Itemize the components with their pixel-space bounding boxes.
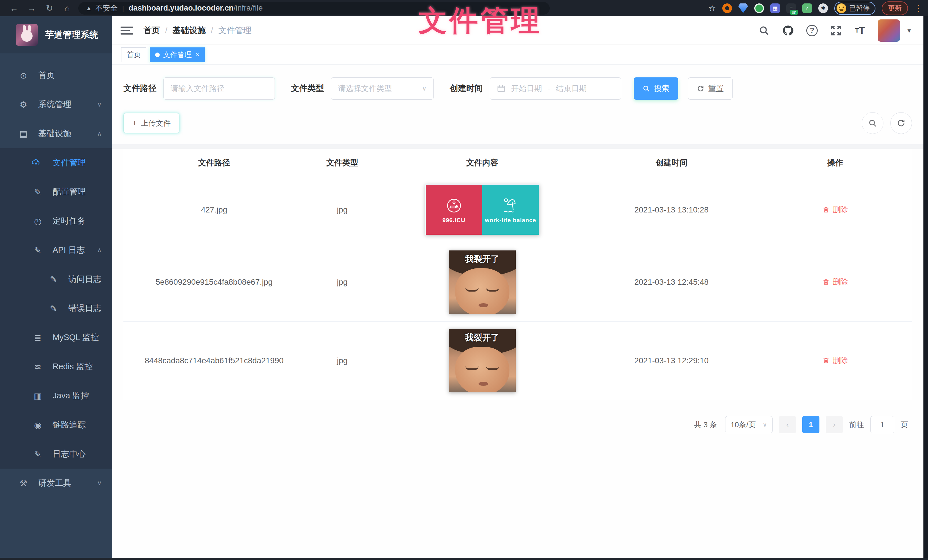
- table-header-row: 文件路径 文件类型 文件内容 创建时间 操作: [124, 149, 912, 177]
- refresh-table-button[interactable]: [890, 112, 912, 134]
- sidebar-item-config-management[interactable]: ✎ 配置管理: [0, 177, 112, 207]
- api-log-icon: ✎: [31, 245, 44, 255]
- hamburger-icon[interactable]: [121, 25, 133, 36]
- col-header-file-path: 文件路径: [124, 149, 305, 177]
- sidebar-item-mysql-monitor[interactable]: ≣ MySQL 监控: [0, 323, 112, 352]
- reset-button[interactable]: 重置: [688, 78, 733, 100]
- browser-reload-button[interactable]: ↻: [41, 3, 58, 13]
- sidebar-item-system-management[interactable]: ⚙ 系统管理 ∨: [0, 90, 112, 119]
- access-log-icon: ✎: [47, 274, 60, 285]
- sidebar-item-infrastructure[interactable]: ▤ 基础设施 ∧: [0, 119, 112, 148]
- close-icon[interactable]: ×: [196, 51, 200, 59]
- page-size-select[interactable]: 10条/页 ∨: [725, 416, 772, 433]
- breadcrumb-separator: /: [165, 26, 168, 35]
- file-preview-baby-meme[interactable]: 我裂开了: [449, 250, 516, 314]
- fullscreen-icon[interactable]: [830, 24, 842, 37]
- sidebar-item-log-center[interactable]: ✎ 日志中心: [0, 440, 112, 469]
- sidebar-item-scheduled-tasks[interactable]: ◷ 定时任务: [0, 207, 112, 236]
- table-row: 427.jpg jpg 996.ICU work-life balan: [124, 177, 912, 243]
- breadcrumb-current: 文件管理: [218, 25, 252, 36]
- extension-icon-leaf[interactable]: ✓: [802, 3, 812, 13]
- sidebar-item-java-monitor[interactable]: ▥ Java 监控: [0, 381, 112, 410]
- page-suffix-label: 页: [901, 420, 908, 430]
- github-icon[interactable]: [782, 24, 794, 37]
- file-path-input-wrap: [163, 78, 275, 100]
- extension-icon-orange[interactable]: [722, 3, 732, 13]
- section-divider: [112, 144, 923, 149]
- sidebar-item-label: API 日志: [53, 245, 85, 256]
- sidebar-item-error-log[interactable]: ✎ 错误日志: [0, 294, 112, 323]
- timer-icon: ◷: [31, 216, 44, 226]
- not-secure-warning-icon: ▲: [86, 5, 92, 12]
- search-form: 文件路径 文件类型 请选择文件类型 ∨ 创建时间 开始日期: [124, 78, 912, 100]
- sidebar-item-label: 访问日志: [68, 274, 101, 285]
- file-table: 文件路径 文件类型 文件内容 创建时间 操作 427.jpg jpg: [124, 149, 912, 400]
- toggle-search-button[interactable]: [862, 112, 884, 134]
- avatar-caret-down-icon[interactable]: ▾: [907, 27, 911, 35]
- upload-file-button[interactable]: + 上传文件: [124, 113, 179, 133]
- prev-page-button[interactable]: ‹: [779, 416, 796, 433]
- window-scrollbar[interactable]: [923, 16, 928, 560]
- app-logo-row[interactable]: 芋道管理系统: [0, 16, 112, 53]
- date-range-picker[interactable]: 开始日期 - 结束日期: [490, 78, 621, 100]
- sidebar-item-devtools[interactable]: ⚒ 研发工具 ∨: [0, 469, 112, 498]
- tag-file-management[interactable]: 文件管理 ×: [150, 47, 205, 62]
- browser-menu-icon[interactable]: ⋮: [914, 3, 923, 13]
- tag-label: 文件管理: [163, 50, 192, 59]
- next-page-button[interactable]: ›: [826, 416, 843, 433]
- breadcrumb-infrastructure[interactable]: 基础设施: [172, 25, 206, 36]
- sidebar-item-label: 链路追踪: [53, 419, 86, 431]
- goto-page-input[interactable]: [870, 416, 894, 433]
- header-search-icon[interactable]: [758, 24, 770, 37]
- page-number-1[interactable]: 1: [802, 416, 820, 433]
- address-bar[interactable]: ▲ 不安全 | dashboard.yudao.iocoder.cn /infr…: [78, 2, 550, 15]
- trace-eye-icon: ◉: [31, 420, 44, 430]
- breadcrumb-home[interactable]: 首页: [143, 25, 160, 36]
- extensions-puzzle-icon[interactable]: ✱: [818, 3, 828, 13]
- sidebar-item-home[interactable]: ⊙ 首页: [0, 61, 112, 90]
- cell-created-time: 2021-03-13 13:10:28: [585, 177, 758, 243]
- browser-home-button[interactable]: ⌂: [58, 3, 76, 13]
- font-size-icon[interactable]: TT: [854, 24, 866, 37]
- sidebar-item-redis-monitor[interactable]: ≋ Redis 监控: [0, 352, 112, 381]
- tag-home[interactable]: 首页: [121, 47, 146, 62]
- file-type-label: 文件类型: [291, 83, 324, 94]
- help-icon[interactable]: ?: [806, 24, 818, 37]
- error-log-icon: ✎: [47, 304, 60, 313]
- chevron-down-icon: ∨: [97, 101, 102, 108]
- file-path-label: 文件路径: [124, 83, 157, 94]
- chrome-update-button[interactable]: 更新: [882, 2, 908, 15]
- file-path-input[interactable]: [171, 84, 268, 93]
- sidebar-item-label: Java 监控: [53, 390, 89, 402]
- profile-paused-chip[interactable]: 已暂停: [834, 2, 875, 15]
- delete-button[interactable]: 删除: [822, 355, 848, 365]
- bookmark-star-icon[interactable]: ☆: [708, 3, 716, 13]
- search-button-label: 搜索: [654, 84, 669, 94]
- log-center-icon: ✎: [31, 449, 44, 459]
- user-avatar[interactable]: [878, 20, 900, 42]
- cell-actions: 删除: [758, 177, 912, 243]
- banner-996-left: 996.ICU: [426, 185, 482, 235]
- delete-button[interactable]: 删除: [822, 277, 848, 287]
- file-type-select[interactable]: 请选择文件类型 ∨: [331, 78, 434, 100]
- sidebar-item-api-log[interactable]: ✎ API 日志 ∧: [0, 236, 112, 265]
- sidebar-item-label: 研发工具: [38, 478, 72, 489]
- file-preview-996-banner[interactable]: 996.ICU work-life balance: [425, 184, 539, 235]
- extension-icon-blue[interactable]: ▦: [770, 3, 780, 13]
- extension-icon-gem[interactable]: [738, 3, 748, 13]
- trash-icon: [822, 206, 830, 213]
- sidebar-item-trace[interactable]: ◉ 链路追踪: [0, 410, 112, 440]
- delete-button[interactable]: 删除: [822, 204, 848, 215]
- chevron-down-icon: ∨: [422, 85, 427, 92]
- sidebar-item-file-management[interactable]: 文件管理: [0, 148, 112, 177]
- file-preview-baby-meme[interactable]: 我裂开了: [449, 329, 516, 393]
- browser-back-button[interactable]: ←: [5, 3, 23, 13]
- banner-996-text: 996.ICU: [443, 217, 466, 224]
- sidebar-item-access-log[interactable]: ✎ 访问日志: [0, 265, 112, 294]
- url-host: dashboard.yudao.iocoder.cn: [128, 4, 234, 12]
- extension-icon-vpn-on[interactable]: ≡: [786, 3, 796, 13]
- baby-eye: [466, 288, 479, 292]
- browser-forward-button[interactable]: →: [23, 3, 41, 13]
- extension-icon-green-circle[interactable]: [754, 3, 764, 13]
- search-button[interactable]: 搜索: [634, 78, 678, 100]
